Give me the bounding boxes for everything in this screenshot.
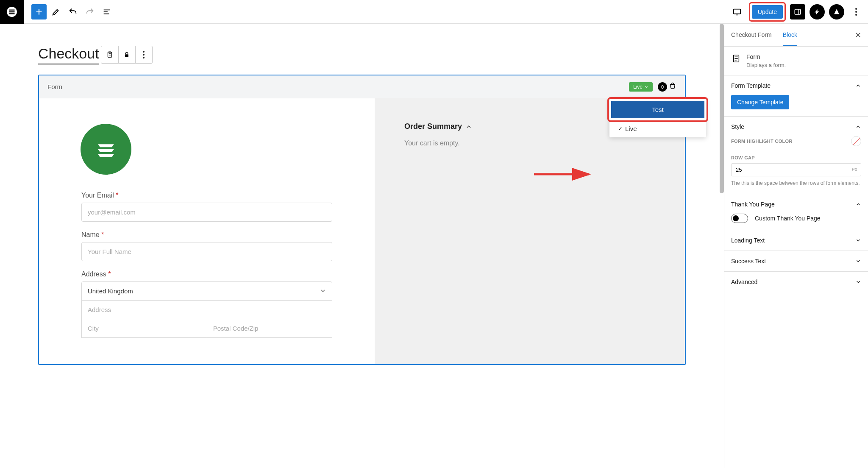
form-header-bar: Form Live 0 Test ✓ Live [39,75,685,98]
list-view-button[interactable] [99,4,114,20]
undo-button[interactable] [65,4,81,20]
sidebar-toggle-icon[interactable] [790,4,805,20]
block-desc: Displays a form. [746,62,786,68]
add-block-button[interactable] [31,4,47,20]
highlight-color-label: FORM HIGHLIGHT COLOR [731,139,793,144]
postal-field[interactable] [207,319,332,338]
check-icon: ✓ [618,125,623,132]
close-sidebar-button[interactable]: ✕ [855,31,861,40]
row-gap-help: The this is the space between the rows o… [731,180,861,187]
block-name: Form [746,53,786,60]
order-summary-panel: Order Summary Your cart is empty. [375,98,685,364]
section-loading-text[interactable]: Loading Text [731,237,861,244]
name-field[interactable] [81,242,332,261]
custom-thank-you-label: Custom Thank You Page [755,215,821,222]
top-toolbar: Update [0,0,868,24]
annotation-arrow [534,168,598,182]
page-title[interactable]: Checkout [38,45,99,64]
section-thank-you[interactable]: Thank You Page [731,201,861,208]
dropdown-item-test[interactable]: Test [611,101,704,118]
address-label: Address * [81,270,332,278]
redo-button[interactable] [82,4,97,20]
email-label: Your Email * [81,192,332,199]
mode-dropdown: Test ✓ Live [609,99,706,137]
section-advanced[interactable]: Advanced [731,279,861,285]
form-block[interactable]: Form Live 0 Test ✓ Live [38,75,686,365]
app-logo[interactable] [0,0,24,24]
form-left-column: Your Email * Name * Address * [39,98,375,364]
live-pill-label: Live [633,84,643,90]
section-form-template[interactable]: Form Template [731,82,861,89]
cart-count-badge: 0 [658,82,667,92]
circle-icon-2[interactable] [829,4,844,20]
chevron-down-icon [320,287,326,295]
row-gap-label: ROW GAP [731,155,755,160]
section-style[interactable]: Style [731,123,861,130]
clipboard-icon[interactable] [101,46,118,63]
circle-icon-1[interactable] [810,4,825,20]
mode-dropdown-highlight: Test [607,97,708,122]
row-gap-input[interactable] [732,164,849,176]
custom-thank-you-toggle[interactable] [731,214,748,223]
row-gap-unit[interactable]: PX [849,167,861,172]
update-button-highlight: Update [749,2,786,22]
dropdown-item-live-label: Live [625,125,637,132]
block-toolbar [101,46,153,64]
block-more-icon[interactable] [135,46,152,63]
svg-rect-1 [734,9,741,14]
svg-rect-2 [795,9,801,14]
update-button[interactable]: Update [752,5,783,19]
country-select[interactable] [81,281,332,301]
email-field[interactable] [81,203,332,222]
settings-sidebar: Checkout Form Block ✕ Form Displays a fo… [724,24,868,468]
change-template-button[interactable]: Change Template [731,95,789,109]
name-label: Name * [81,231,332,239]
form-header-title: Form [47,83,62,90]
address-field[interactable] [81,300,332,319]
dropdown-item-live[interactable]: ✓ Live [609,120,706,137]
svg-rect-3 [108,52,111,57]
more-options-button[interactable] [849,4,864,20]
mode-live-pill[interactable]: Live [629,82,653,92]
editor-canvas: Checkout Form Live 0 Test [0,24,724,468]
svg-rect-4 [125,54,128,57]
city-field[interactable] [81,319,207,338]
scrollbar[interactable] [720,24,724,193]
cart-empty-text: Your cart is empty. [404,139,655,147]
cart-icon[interactable] [669,82,676,91]
edit-icon[interactable] [48,4,64,20]
desktop-preview-icon[interactable] [729,4,745,20]
highlight-color-swatch[interactable] [851,136,861,146]
tab-checkout-form[interactable]: Checkout Form [731,25,772,46]
section-success-text[interactable]: Success Text [731,258,861,265]
form-block-icon [731,53,741,64]
lock-icon[interactable] [118,46,135,63]
tab-block[interactable]: Block [783,25,797,46]
merchant-logo [81,124,131,175]
